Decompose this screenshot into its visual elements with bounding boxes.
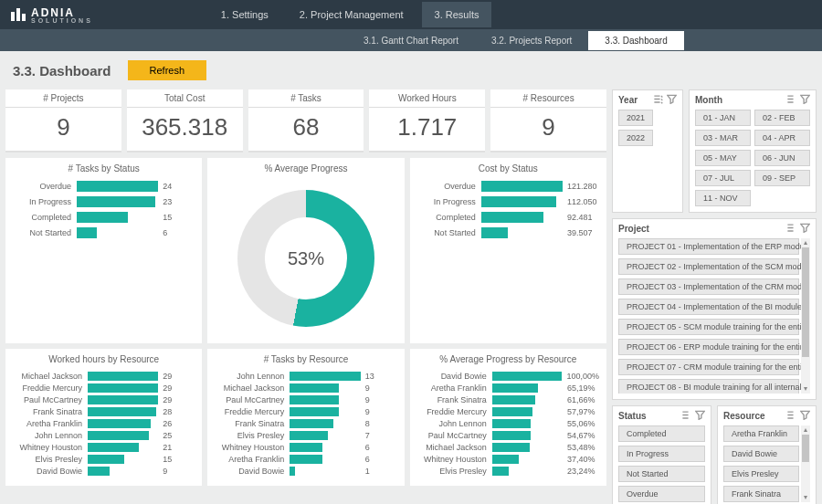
bar-fill bbox=[481, 196, 557, 207]
slicer-option[interactable]: Overdue bbox=[618, 486, 705, 502]
bar-track bbox=[492, 419, 563, 428]
slicer-option[interactable]: 06 - JUN bbox=[754, 150, 810, 166]
bar-category: Paul McCartney bbox=[215, 395, 290, 404]
bar-value: 6 bbox=[158, 228, 195, 237]
slicer-option[interactable]: 11 - NOV bbox=[695, 190, 751, 206]
chart-avg-progress: % Average Progress 53% bbox=[207, 158, 404, 343]
clear-filter-icon[interactable] bbox=[667, 94, 677, 106]
nav-results[interactable]: 3. Results bbox=[422, 2, 492, 27]
slicer-year[interactable]: Year 20212022 bbox=[612, 89, 683, 213]
bar-row: Frank Sinatra8 bbox=[215, 419, 396, 428]
clear-filter-icon[interactable] bbox=[800, 94, 810, 106]
bar-value: 29 bbox=[158, 395, 195, 404]
bar-row: Completed15 bbox=[13, 212, 195, 223]
bar-value: 13 bbox=[361, 372, 397, 381]
bar-row: Aretha Franklin65,19% bbox=[417, 383, 599, 393]
slicer-option[interactable]: PROJECT 03 - Implementation of the CRM m… bbox=[618, 278, 799, 295]
bar-fill bbox=[290, 455, 322, 464]
slicer-option[interactable]: Frank Sinatra bbox=[723, 486, 799, 502]
bar-category: Elvis Presley bbox=[215, 431, 290, 440]
bar-row: Whitney Houston21 bbox=[13, 443, 195, 452]
bar-track bbox=[77, 181, 158, 192]
clear-filter-icon[interactable] bbox=[800, 410, 810, 422]
slicer-option[interactable]: 02 - FEB bbox=[754, 110, 810, 126]
slicer-option[interactable]: PROJECT 02 - Implementation of the SCM m… bbox=[618, 258, 799, 275]
slicer-option[interactable]: 07 - JUL bbox=[695, 170, 751, 186]
bar-row: Paul McCartney54,67% bbox=[417, 431, 599, 440]
multiselect-icon[interactable] bbox=[653, 94, 663, 106]
slicer-icons[interactable] bbox=[681, 410, 705, 422]
multiselect-icon[interactable] bbox=[786, 94, 796, 106]
slicer-option[interactable]: PROJECT 04 - Implementation of the BI mo… bbox=[618, 299, 799, 315]
bar-category: Completed bbox=[417, 213, 481, 222]
bar-track bbox=[88, 407, 158, 416]
slicer-option[interactable]: PROJECT 01 - Implementation of the ERP m… bbox=[618, 238, 799, 255]
subnav-projects[interactable]: 3.2. Projects Report bbox=[475, 31, 588, 50]
bar-category: Whitney Houston bbox=[215, 443, 290, 452]
bar-value: 15 bbox=[158, 213, 195, 222]
bar-track bbox=[290, 407, 360, 416]
bar-value: 9 bbox=[361, 395, 397, 404]
slicer-icons[interactable] bbox=[786, 410, 810, 422]
nav-settings[interactable]: 1. Settings bbox=[208, 2, 281, 27]
bar-fill bbox=[77, 227, 97, 238]
subnav-dashboard[interactable]: 3.3. Dashboard bbox=[588, 31, 683, 50]
slicer-icons[interactable] bbox=[786, 223, 810, 235]
slicer-option[interactable]: 04 - APR bbox=[754, 130, 810, 146]
slicer-option[interactable]: Aretha Franklin bbox=[723, 425, 799, 442]
scroll-thumb[interactable] bbox=[802, 435, 809, 462]
subnav-gantt[interactable]: 3.1. Gantt Chart Report bbox=[347, 31, 475, 50]
scroll-up-icon[interactable]: ▴ bbox=[801, 425, 810, 435]
slicer-option[interactable]: PROJECT 08 - BI module training for all … bbox=[618, 379, 799, 394]
bar-value: 55,06% bbox=[563, 419, 599, 428]
bar-track bbox=[77, 212, 158, 223]
bar-fill bbox=[481, 181, 563, 192]
chart-tasks-by-resource: # Tasks by Resource John Lennon13Michael… bbox=[207, 349, 404, 486]
slicer-icons[interactable] bbox=[786, 94, 810, 106]
slicer-resource[interactable]: Resource Aretha FranklinDavid BowieElvis… bbox=[717, 405, 817, 504]
clear-filter-icon[interactable] bbox=[800, 223, 810, 235]
bar-track bbox=[492, 383, 563, 393]
slicer-month[interactable]: Month 01 - JAN02 - FEB03 - MAR04 - APR05… bbox=[689, 89, 817, 213]
slicer-option[interactable]: 05 - MAY bbox=[695, 150, 751, 166]
slicer-status[interactable]: Status CompletedIn ProgressNot StartedOv… bbox=[612, 405, 711, 504]
bar-category: Paul McCartney bbox=[13, 395, 88, 404]
clear-filter-icon[interactable] bbox=[695, 410, 705, 422]
multiselect-icon[interactable] bbox=[786, 410, 796, 422]
bar-category: Frank Sinatra bbox=[13, 407, 88, 416]
scroll-thumb[interactable] bbox=[802, 247, 809, 357]
nav-project-management[interactable]: 2. Project Management bbox=[287, 2, 416, 27]
multiselect-icon[interactable] bbox=[786, 223, 796, 235]
slicer-option[interactable]: PROJECT 06 - ERP module training for the… bbox=[618, 339, 799, 355]
scrollbar[interactable]: ▴ ▾ bbox=[801, 238, 810, 394]
slicer-option[interactable]: 2021 bbox=[618, 110, 653, 126]
scroll-up-icon[interactable]: ▴ bbox=[801, 238, 810, 247]
slicer-option[interactable]: In Progress bbox=[618, 446, 705, 462]
bar-fill bbox=[88, 467, 110, 476]
slicer-option[interactable]: PROJECT 07 - CRM module training for the… bbox=[618, 359, 799, 375]
scroll-down-icon[interactable]: ▾ bbox=[801, 384, 810, 394]
refresh-button[interactable]: Refresh bbox=[128, 60, 207, 80]
slicer-option[interactable]: PROJECT 05 - SCM module training for the… bbox=[618, 319, 799, 335]
slicer-option[interactable]: Elvis Presley bbox=[723, 466, 799, 482]
slicer-icons[interactable] bbox=[653, 94, 677, 106]
scrollbar[interactable]: ▴ ▾ bbox=[801, 425, 810, 502]
slicer-option[interactable]: 2022 bbox=[618, 130, 653, 146]
multiselect-icon[interactable] bbox=[681, 410, 691, 422]
scroll-down-icon[interactable]: ▾ bbox=[801, 493, 810, 502]
bar-category: David Bowie bbox=[13, 467, 88, 476]
bar-fill bbox=[88, 455, 124, 464]
bar-row: David Bowie9 bbox=[13, 467, 195, 476]
slicer-option[interactable]: Completed bbox=[618, 425, 705, 442]
slicer-option[interactable]: David Bowie bbox=[723, 446, 799, 462]
slicer-option[interactable]: Not Started bbox=[618, 466, 705, 482]
slicer-project[interactable]: Project PROJECT 01 - Implementation of t… bbox=[612, 218, 817, 400]
slicer-option[interactable]: 03 - MAR bbox=[695, 130, 751, 146]
bar-category: In Progress bbox=[417, 197, 481, 206]
slicer-title: Resource bbox=[723, 411, 765, 421]
bar-track bbox=[492, 372, 563, 381]
brand-sub: SOLUTIONS bbox=[31, 17, 93, 24]
slicer-option[interactable]: 01 - JAN bbox=[695, 110, 751, 126]
bar-category: Michael Jackson bbox=[215, 383, 290, 393]
slicer-option[interactable]: 09 - SEP bbox=[754, 170, 810, 186]
